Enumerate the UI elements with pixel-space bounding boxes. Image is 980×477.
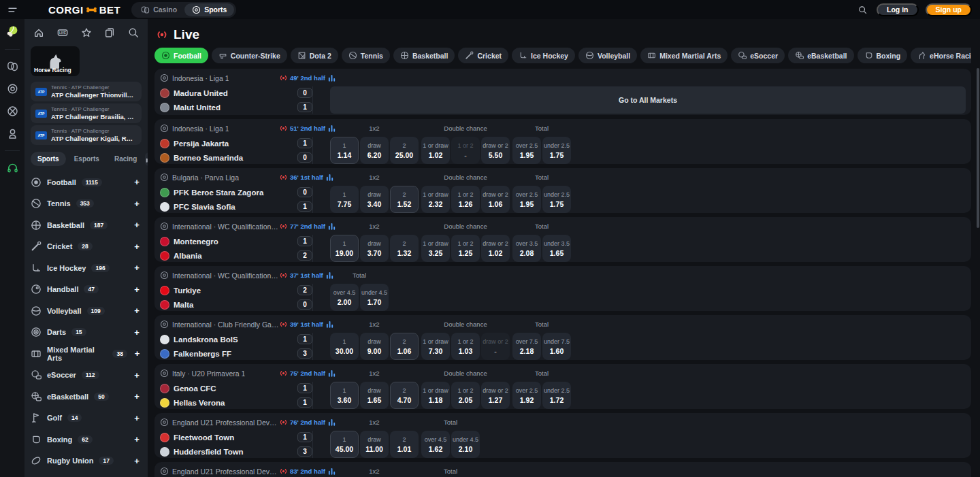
sport-tab-football[interactable]: Football bbox=[154, 48, 208, 63]
scrollbar[interactable] bbox=[977, 68, 979, 228]
team-row[interactable]: Landskrona BoIS1 bbox=[160, 333, 312, 346]
match-panel[interactable]: England U21 Professional Development Lea… bbox=[154, 413, 971, 458]
team-row[interactable]: Hellas Verona1 bbox=[160, 396, 312, 409]
odds-button[interactable]: 1 or draw1.02 bbox=[421, 137, 450, 164]
team-row[interactable]: Turkiye2 bbox=[160, 284, 312, 297]
sport-tab-dota2[interactable]: Dota 2 bbox=[291, 48, 338, 63]
live-badge-icon[interactable]: LIVE bbox=[57, 27, 68, 38]
team-row[interactable]: Falkenbergs FF3 bbox=[160, 347, 312, 360]
match-panel[interactable]: Indonesia · Liga 151' 2nd half1x2Double … bbox=[154, 119, 971, 164]
odds-button[interactable]: draw3.70 bbox=[360, 235, 389, 262]
odds-button[interactable]: 1 or 21.25 bbox=[451, 235, 480, 262]
odds-button[interactable]: 1 or 21.26 bbox=[451, 186, 480, 213]
sport-tab-cricket[interactable]: Cricket bbox=[458, 48, 508, 63]
match-panel[interactable]: England U21 Professional Development Lea… bbox=[154, 462, 971, 477]
match-panel[interactable]: International · Club Friendly Games39' 1… bbox=[154, 315, 971, 360]
team-row[interactable]: PFK Beroe Stara Zagora0 bbox=[160, 186, 312, 199]
odds-button[interactable]: over 4.51.62 bbox=[421, 431, 450, 458]
expand-plus-button[interactable]: + bbox=[132, 327, 142, 338]
match-panel[interactable]: Italy · U20 Primavera 175' 2nd half1x2Do… bbox=[154, 364, 971, 409]
featured-event[interactable]: ATPTennis · ATP ChallengerATP Challenger… bbox=[31, 103, 142, 123]
team-row[interactable]: Madura United0 bbox=[160, 86, 312, 99]
odds-button[interactable]: under 2.51.72 bbox=[542, 382, 571, 409]
odds-button[interactable]: 21.52 bbox=[390, 186, 419, 213]
odds-button[interactable]: 1 or draw3.25 bbox=[421, 235, 450, 262]
expand-plus-button[interactable]: + bbox=[132, 456, 142, 466]
stats-icon[interactable] bbox=[327, 73, 336, 82]
sport-tab-counter-strike[interactable]: Counter-Strike bbox=[212, 48, 287, 63]
odds-button[interactable]: 1 or 21.03 bbox=[451, 333, 480, 360]
search-icon[interactable] bbox=[858, 5, 867, 14]
match-panel[interactable]: International · WC Qualification, Women7… bbox=[154, 217, 971, 262]
team-row[interactable]: Malta0 bbox=[160, 298, 312, 311]
nav-casino-button[interactable]: Casino bbox=[133, 3, 184, 16]
team-row[interactable]: Fleetwood Town1 bbox=[160, 431, 312, 444]
odds-button[interactable]: 1 or draw2.32 bbox=[421, 186, 450, 213]
odds-button[interactable]: draw or 21.06 bbox=[481, 186, 510, 213]
team-row[interactable]: Malut United1 bbox=[160, 101, 312, 114]
expand-plus-button[interactable]: + bbox=[132, 370, 142, 380]
odds-button[interactable]: over 2.51.95 bbox=[512, 137, 541, 164]
sidebar-sport-boxing[interactable]: Boxing62+ bbox=[31, 429, 142, 450]
odds-button[interactable]: under 2.51.75 bbox=[542, 137, 571, 164]
odds-button[interactable]: over 7.52.18 bbox=[512, 333, 541, 360]
odds-button[interactable]: under 3.51.65 bbox=[542, 235, 571, 262]
odds-button[interactable]: under 2.51.75 bbox=[542, 186, 571, 213]
sport-tab-volleyball[interactable]: Volleyball bbox=[578, 48, 637, 63]
expand-plus-button[interactable]: + bbox=[132, 434, 142, 444]
expand-plus-button[interactable]: + bbox=[132, 391, 142, 401]
odds-button[interactable]: draw9.00 bbox=[360, 333, 389, 360]
odds-button[interactable]: draw3.40 bbox=[360, 186, 389, 213]
sidebar-sport-volleyball[interactable]: Volleyball109+ bbox=[31, 300, 142, 322]
betslips-icon[interactable] bbox=[104, 27, 115, 38]
odds-button[interactable]: over 2.51.92 bbox=[512, 382, 541, 409]
expand-plus-button[interactable]: + bbox=[133, 348, 142, 359]
nav-sports-button[interactable]: Sports bbox=[184, 3, 234, 16]
odds-button[interactable]: 21.32 bbox=[390, 235, 419, 262]
signup-button[interactable]: Sign up bbox=[926, 3, 973, 16]
sidebar-sport-ebasketball[interactable]: eBasketball50+ bbox=[31, 386, 142, 408]
odds-button[interactable]: draw or 25.50 bbox=[481, 137, 510, 164]
sport-tab-boxing[interactable]: Boxing bbox=[858, 48, 908, 63]
odds-button[interactable]: 130.00 bbox=[330, 333, 359, 360]
team-row[interactable]: Genoa CFC1 bbox=[160, 382, 312, 395]
team-row[interactable]: Persija Jakarta1 bbox=[160, 137, 312, 150]
odds-button[interactable]: 1 or draw7.30 bbox=[421, 333, 450, 360]
odds-button[interactable]: draw1.65 bbox=[360, 382, 389, 409]
expand-plus-button[interactable]: + bbox=[132, 413, 142, 423]
team-row[interactable]: Borneo Samarinda0 bbox=[160, 151, 312, 164]
sport-tab-mma[interactable]: Mixed Martial Arts bbox=[640, 48, 728, 63]
sport-tab-tennis[interactable]: Tennis bbox=[342, 48, 390, 63]
sport-tab-ebasketball[interactable]: eBasketball bbox=[788, 48, 853, 63]
horse-racing-banner[interactable]: Horse Racing bbox=[31, 46, 80, 76]
team-row[interactable]: Huddersfield Town3 bbox=[160, 445, 312, 458]
match-panel[interactable]: Indonesia · Liga 149' 2nd halfMadura Uni… bbox=[154, 69, 971, 115]
sport-tab-basketball[interactable]: Basketball bbox=[393, 48, 455, 63]
odds-button[interactable]: 1 or 22.05 bbox=[451, 382, 480, 409]
odds-button[interactable]: 145.00 bbox=[330, 431, 359, 458]
sidebar-sport-ice-hockey[interactable]: Ice Hockey196+ bbox=[31, 257, 142, 279]
go-to-all-markets-button[interactable]: Go to All Markets bbox=[330, 86, 966, 114]
expand-plus-button[interactable]: + bbox=[132, 199, 142, 209]
sidebar-tab-racing[interactable]: Racing bbox=[108, 152, 144, 166]
odds-button[interactable]: draw or 21.27 bbox=[481, 382, 510, 409]
masks-icon[interactable] bbox=[7, 61, 18, 72]
odds-button[interactable]: 1 or draw1.18 bbox=[421, 382, 450, 409]
sports-ball-icon[interactable] bbox=[7, 105, 18, 117]
search-icon[interactable] bbox=[128, 27, 139, 38]
corgibet-logo-icon[interactable] bbox=[5, 24, 19, 38]
odds-button[interactable]: over 3.52.08 bbox=[512, 235, 541, 262]
featured-event[interactable]: ATPTennis · ATP ChallengerATP Challenger… bbox=[31, 125, 142, 145]
match-panel[interactable]: International · WC Qualification, Women3… bbox=[154, 266, 971, 311]
odds-button[interactable]: 21.06 bbox=[390, 333, 419, 360]
sidebar-tab-esports[interactable]: Esports bbox=[67, 152, 106, 166]
headphones-support-icon[interactable] bbox=[7, 162, 18, 174]
sidebar-sport-handball[interactable]: Handball47+ bbox=[31, 279, 142, 301]
odds-button[interactable]: under 4.51.70 bbox=[360, 284, 389, 311]
odds-button[interactable]: under 7.51.60 bbox=[542, 333, 571, 360]
odds-button[interactable]: draw or 21.02 bbox=[481, 235, 510, 262]
odds-button[interactable]: over 2.51.95 bbox=[512, 186, 541, 213]
expand-plus-button[interactable]: + bbox=[132, 220, 142, 230]
sport-tab-ice-hockey[interactable]: Ice Hockey bbox=[512, 48, 575, 63]
sidebar-sport-tennis[interactable]: Tennis353+ bbox=[31, 193, 142, 215]
